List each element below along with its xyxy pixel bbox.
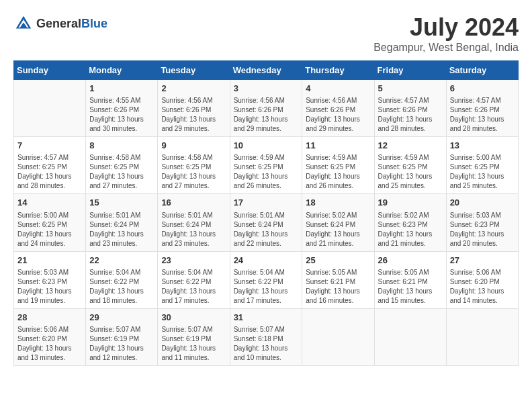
day-number: 12 [378, 140, 443, 152]
day-info: Sunrise: 4:59 AMSunset: 6:25 PMDaylight:… [306, 153, 370, 191]
calendar-cell: 7Sunrise: 4:57 AMSunset: 6:25 PMDaylight… [14, 137, 86, 194]
day-info: Sunrise: 5:05 AMSunset: 6:21 PMDaylight:… [378, 268, 443, 306]
col-monday: Monday [86, 61, 158, 80]
day-info: Sunrise: 5:07 AMSunset: 6:19 PMDaylight:… [89, 325, 154, 363]
day-number: 30 [161, 312, 226, 324]
day-number: 15 [89, 197, 154, 209]
day-number: 18 [306, 197, 370, 209]
day-number: 28 [17, 312, 82, 324]
day-info: Sunrise: 4:59 AMSunset: 6:25 PMDaylight:… [378, 153, 443, 191]
col-sunday: Sunday [14, 61, 86, 80]
day-info: Sunrise: 4:58 AMSunset: 6:25 PMDaylight:… [161, 153, 226, 191]
day-info: Sunrise: 5:04 AMSunset: 6:22 PMDaylight:… [89, 268, 154, 306]
calendar-cell [14, 80, 86, 137]
calendar-cell: 2Sunrise: 4:56 AMSunset: 6:26 PMDaylight… [158, 80, 230, 137]
calendar-table: Sunday Monday Tuesday Wednesday Thursday… [13, 60, 519, 366]
calendar-cell [446, 308, 518, 365]
calendar-cell: 12Sunrise: 4:59 AMSunset: 6:25 PMDayligh… [374, 137, 446, 194]
day-info: Sunrise: 4:56 AMSunset: 6:26 PMDaylight:… [161, 96, 226, 134]
logo: GeneralBlue [13, 13, 107, 34]
day-number: 13 [450, 140, 515, 152]
day-info: Sunrise: 5:02 AMSunset: 6:23 PMDaylight:… [378, 211, 443, 248]
logo-icon [13, 13, 34, 34]
calendar-cell: 17Sunrise: 5:01 AMSunset: 6:24 PMDayligh… [230, 194, 302, 251]
calendar-cell: 4Sunrise: 4:56 AMSunset: 6:26 PMDaylight… [302, 80, 374, 137]
day-info: Sunrise: 4:59 AMSunset: 6:25 PMDaylight:… [234, 153, 299, 191]
day-info: Sunrise: 4:57 AMSunset: 6:26 PMDaylight:… [378, 96, 443, 134]
calendar-cell: 3Sunrise: 4:56 AMSunset: 6:26 PMDaylight… [230, 80, 302, 137]
calendar-cell: 27Sunrise: 5:06 AMSunset: 6:20 PMDayligh… [446, 251, 518, 308]
day-number: 2 [161, 83, 226, 95]
col-friday: Friday [374, 61, 446, 80]
calendar-cell: 18Sunrise: 5:02 AMSunset: 6:24 PMDayligh… [302, 194, 374, 251]
header-row: Sunday Monday Tuesday Wednesday Thursday… [14, 61, 519, 80]
calendar-cell: 1Sunrise: 4:55 AMSunset: 6:26 PMDaylight… [86, 80, 158, 137]
day-number: 21 [17, 255, 82, 267]
col-thursday: Thursday [302, 61, 374, 80]
day-info: Sunrise: 5:03 AMSunset: 6:23 PMDaylight:… [450, 211, 515, 248]
calendar-cell: 26Sunrise: 5:05 AMSunset: 6:21 PMDayligh… [374, 251, 446, 308]
calendar-cell: 10Sunrise: 4:59 AMSunset: 6:25 PMDayligh… [230, 137, 302, 194]
day-number: 8 [89, 140, 154, 152]
calendar-cell: 6Sunrise: 4:57 AMSunset: 6:26 PMDaylight… [446, 80, 518, 137]
day-number: 22 [89, 255, 154, 267]
header: GeneralBlue July 2024 Begampur, West Ben… [13, 13, 519, 54]
calendar-cell: 9Sunrise: 4:58 AMSunset: 6:25 PMDaylight… [158, 137, 230, 194]
calendar-cell: 19Sunrise: 5:02 AMSunset: 6:23 PMDayligh… [374, 194, 446, 251]
day-info: Sunrise: 5:03 AMSunset: 6:23 PMDaylight:… [17, 268, 82, 306]
day-info: Sunrise: 5:06 AMSunset: 6:20 PMDaylight:… [17, 325, 82, 363]
day-info: Sunrise: 4:56 AMSunset: 6:26 PMDaylight:… [306, 96, 370, 134]
calendar-week-row: 21Sunrise: 5:03 AMSunset: 6:23 PMDayligh… [14, 251, 519, 308]
calendar-cell [374, 308, 446, 365]
day-number: 1 [89, 83, 154, 95]
calendar-cell: 24Sunrise: 5:04 AMSunset: 6:22 PMDayligh… [230, 251, 302, 308]
day-number: 17 [234, 197, 299, 209]
day-info: Sunrise: 5:02 AMSunset: 6:24 PMDaylight:… [306, 211, 370, 248]
calendar-cell: 8Sunrise: 4:58 AMSunset: 6:25 PMDaylight… [86, 137, 158, 194]
day-number: 27 [450, 255, 515, 267]
logo-text-general: General [36, 17, 81, 30]
day-info: Sunrise: 4:55 AMSunset: 6:26 PMDaylight:… [89, 96, 154, 134]
calendar-cell: 11Sunrise: 4:59 AMSunset: 6:25 PMDayligh… [302, 137, 374, 194]
calendar-cell: 14Sunrise: 5:00 AMSunset: 6:25 PMDayligh… [14, 194, 86, 251]
day-number: 11 [306, 140, 370, 152]
day-number: 25 [306, 255, 370, 267]
day-number: 14 [17, 197, 82, 209]
calendar-week-row: 7Sunrise: 4:57 AMSunset: 6:25 PMDaylight… [14, 137, 519, 194]
calendar-week-row: 28Sunrise: 5:06 AMSunset: 6:20 PMDayligh… [14, 308, 519, 365]
calendar-cell: 16Sunrise: 5:01 AMSunset: 6:24 PMDayligh… [158, 194, 230, 251]
day-info: Sunrise: 5:06 AMSunset: 6:20 PMDaylight:… [450, 268, 515, 306]
day-info: Sunrise: 5:04 AMSunset: 6:22 PMDaylight:… [234, 268, 299, 306]
day-info: Sunrise: 4:57 AMSunset: 6:25 PMDaylight:… [17, 153, 82, 191]
day-number: 7 [17, 140, 82, 152]
day-info: Sunrise: 4:57 AMSunset: 6:26 PMDaylight:… [450, 96, 515, 134]
day-info: Sunrise: 5:07 AMSunset: 6:19 PMDaylight:… [161, 325, 226, 363]
calendar-cell: 30Sunrise: 5:07 AMSunset: 6:19 PMDayligh… [158, 308, 230, 365]
day-number: 10 [234, 140, 299, 152]
col-tuesday: Tuesday [158, 61, 230, 80]
day-number: 4 [306, 83, 370, 95]
calendar-cell: 21Sunrise: 5:03 AMSunset: 6:23 PMDayligh… [14, 251, 86, 308]
day-info: Sunrise: 5:00 AMSunset: 6:25 PMDaylight:… [450, 153, 515, 191]
day-number: 31 [234, 312, 299, 324]
calendar-cell: 23Sunrise: 5:04 AMSunset: 6:22 PMDayligh… [158, 251, 230, 308]
calendar-cell: 20Sunrise: 5:03 AMSunset: 6:23 PMDayligh… [446, 194, 518, 251]
day-number: 19 [378, 197, 443, 209]
day-info: Sunrise: 5:07 AMSunset: 6:18 PMDaylight:… [234, 325, 299, 363]
day-number: 20 [450, 197, 515, 209]
day-info: Sunrise: 4:56 AMSunset: 6:26 PMDaylight:… [234, 96, 299, 134]
day-info: Sunrise: 4:58 AMSunset: 6:25 PMDaylight:… [89, 153, 154, 191]
calendar-body: 1Sunrise: 4:55 AMSunset: 6:26 PMDaylight… [14, 80, 519, 366]
day-number: 24 [234, 255, 299, 267]
day-number: 5 [378, 83, 443, 95]
calendar-cell: 25Sunrise: 5:05 AMSunset: 6:21 PMDayligh… [302, 251, 374, 308]
day-info: Sunrise: 5:01 AMSunset: 6:24 PMDaylight:… [161, 211, 226, 248]
day-info: Sunrise: 5:01 AMSunset: 6:24 PMDaylight:… [89, 211, 154, 248]
col-wednesday: Wednesday [230, 61, 302, 80]
day-info: Sunrise: 5:01 AMSunset: 6:24 PMDaylight:… [234, 211, 299, 248]
day-info: Sunrise: 5:04 AMSunset: 6:22 PMDaylight:… [161, 268, 226, 306]
calendar-cell: 15Sunrise: 5:01 AMSunset: 6:24 PMDayligh… [86, 194, 158, 251]
location: Begampur, West Bengal, India [373, 42, 519, 54]
day-info: Sunrise: 5:00 AMSunset: 6:25 PMDaylight:… [17, 211, 82, 248]
day-number: 29 [89, 312, 154, 324]
